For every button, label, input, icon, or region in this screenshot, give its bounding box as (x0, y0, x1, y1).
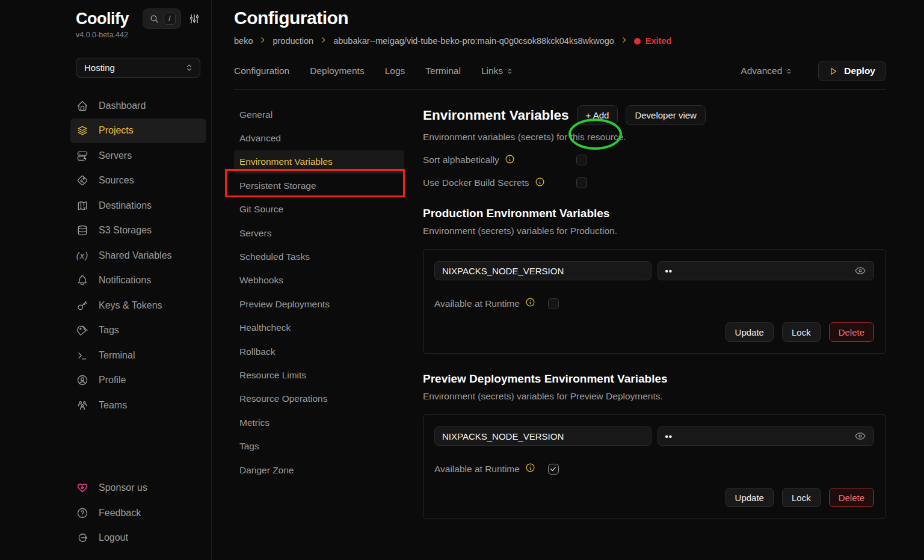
production-env-title: Production Environment Variables (423, 207, 886, 220)
info-icon[interactable] (535, 177, 545, 189)
sidebar: Coolify / v4.0.0-beta.442 Hosting Dashbo… (0, 0, 212, 560)
sidebar-item-feedback[interactable]: Feedback (70, 500, 206, 526)
env-var-name-input[interactable]: NIXPACKS_NODE_VERSION (434, 261, 651, 280)
bell-icon (76, 274, 89, 287)
sidebar-item-notifications[interactable]: Notifications (70, 268, 206, 294)
sidebar-item-tags[interactable]: Tags (70, 318, 206, 343)
submenu-item-scheduled-tasks[interactable]: Scheduled Tasks (234, 245, 404, 268)
play-icon (828, 66, 839, 76)
sidebar-item-label: Tags (99, 325, 119, 336)
env-var-name-input[interactable]: NIXPACKS_NODE_VERSION (434, 426, 651, 446)
submenu-item-advanced[interactable]: Advanced (234, 126, 404, 150)
breadcrumb-environment[interactable]: production (273, 36, 313, 46)
deploy-label: Deploy (844, 66, 875, 76)
info-icon[interactable] (505, 154, 515, 167)
status-text: Exited (645, 36, 672, 46)
sidebar-item-destinations[interactable]: Destinations (70, 193, 206, 218)
advanced-dropdown[interactable]: Advanced (741, 66, 793, 76)
env-var-value-input[interactable]: •• (658, 426, 875, 446)
submenu-item-danger-zone[interactable]: Danger Zone (234, 458, 404, 482)
settings-button[interactable] (188, 13, 200, 25)
submenu-item-environment-variables[interactable]: Environment Variables (234, 150, 404, 174)
sidebar-item-s3-storages[interactable]: S3 Storages (70, 218, 206, 244)
submenu-item-resource-limits[interactable]: Resource Limits (234, 363, 404, 387)
eye-icon[interactable] (854, 430, 866, 442)
sidebar-item-label: Sources (99, 175, 134, 186)
sidebar-item-sponsor[interactable]: Sponsor us (70, 476, 206, 501)
lock-button[interactable]: Lock (782, 488, 821, 507)
main-area: Configuration beko production abubakar--… (212, 0, 924, 560)
sidebar-item-logout[interactable]: Logout (70, 526, 206, 551)
sidebar-item-sources[interactable]: Sources (70, 168, 206, 194)
add-button[interactable]: + Add (577, 105, 618, 125)
sidebar-nav: Dashboard Projects Servers Sources Desti… (76, 93, 200, 418)
sidebar-item-label: S3 Storages (99, 225, 152, 236)
env-var-value-input[interactable]: •• (658, 261, 875, 280)
search-shortcut-key: / (164, 13, 176, 25)
logout-icon (76, 531, 89, 544)
sidebar-item-dashboard[interactable]: Dashboard (70, 93, 206, 118)
eye-icon[interactable] (854, 265, 866, 277)
submenu-item-metrics[interactable]: Metrics (234, 411, 404, 434)
sidebar-item-terminal[interactable]: Terminal (70, 343, 206, 368)
available-at-runtime-checkbox[interactable] (548, 464, 559, 475)
available-at-runtime-row: Available at Runtime (434, 463, 874, 475)
developer-view-button[interactable]: Developer view (626, 105, 706, 125)
submenu-item-webhooks[interactable]: Webhooks (234, 269, 404, 292)
production-env-description: Environment (secrets) variables for Prod… (423, 226, 886, 236)
sidebar-item-profile[interactable]: Profile (70, 368, 206, 393)
tab-logs[interactable]: Logs (385, 66, 405, 76)
sidebar-item-label: Terminal (99, 350, 135, 361)
env-description: Environment variables (secrets) for this… (423, 132, 886, 143)
sidebar-item-projects[interactable]: Projects (70, 118, 206, 144)
users-icon (76, 399, 89, 412)
workspace-select[interactable]: Hosting (76, 58, 200, 78)
tab-configuration[interactable]: Configuration (234, 66, 289, 76)
search-icon (149, 14, 159, 24)
submenu-item-preview-deployments[interactable]: Preview Deployments (234, 292, 404, 316)
available-at-runtime-checkbox[interactable] (548, 298, 559, 309)
chevron-updown-icon (184, 63, 194, 73)
sidebar-item-keys-tokens[interactable]: Keys & Tokens (70, 293, 206, 318)
sidebar-item-shared-variables[interactable]: (x) Shared Variables (70, 243, 206, 268)
submenu-item-git-source[interactable]: Git Source (234, 198, 404, 221)
tag-icon (76, 324, 89, 337)
env-var-masked-value: •• (665, 431, 673, 442)
search-button[interactable]: / (143, 8, 181, 29)
update-button[interactable]: Update (725, 488, 774, 507)
delete-button[interactable]: Delete (829, 488, 874, 507)
sort-alphabetically-checkbox[interactable] (576, 155, 587, 165)
lock-button[interactable]: Lock (782, 322, 821, 342)
info-icon[interactable] (525, 297, 535, 310)
submenu-item-tags[interactable]: Tags (234, 434, 404, 458)
submenu-item-persistent-storage[interactable]: Persistent Storage (234, 174, 404, 197)
docker-build-secrets-checkbox[interactable] (576, 177, 587, 188)
breadcrumb-team[interactable]: beko (234, 36, 253, 46)
sidebar-item-teams[interactable]: Teams (70, 393, 206, 418)
chevron-right-icon (319, 36, 327, 46)
update-button[interactable]: Update (725, 322, 774, 342)
tab-bar: Configuration Deployments Logs Terminal … (234, 61, 886, 81)
breadcrumb-resource[interactable]: abubakar--meigag/vid-tube-beko-pro:main-… (333, 36, 614, 46)
submenu-item-healthcheck[interactable]: Healthcheck (234, 316, 404, 340)
docker-build-secrets-row: Use Docker Build Secrets (423, 177, 886, 188)
workspace-select-value: Hosting (84, 63, 115, 73)
submenu-item-servers[interactable]: Servers (234, 221, 404, 245)
available-at-runtime-label: Available at Runtime (434, 464, 520, 475)
submenu-item-general[interactable]: General (234, 103, 404, 126)
chevron-right-icon (259, 36, 266, 46)
submenu-item-resource-operations[interactable]: Resource Operations (234, 387, 404, 411)
delete-button[interactable]: Delete (829, 322, 874, 342)
submenu-item-rollback[interactable]: Rollback (234, 340, 404, 363)
sidebar-item-label: Profile (99, 375, 126, 386)
info-icon[interactable] (525, 463, 535, 475)
tab-deployments[interactable]: Deployments (310, 66, 364, 76)
deploy-button[interactable]: Deploy (818, 61, 886, 81)
sidebar-item-label: Keys & Tokens (99, 300, 162, 311)
advanced-label: Advanced (741, 66, 782, 76)
tab-terminal[interactable]: Terminal (425, 66, 461, 76)
tab-links[interactable]: Links (481, 66, 514, 76)
sidebar-item-servers[interactable]: Servers (70, 143, 206, 168)
sidebar-footer: Sponsor us Feedback Logout (76, 476, 200, 552)
preview-env-description: Environment (secrets) variables for Prev… (423, 391, 886, 402)
